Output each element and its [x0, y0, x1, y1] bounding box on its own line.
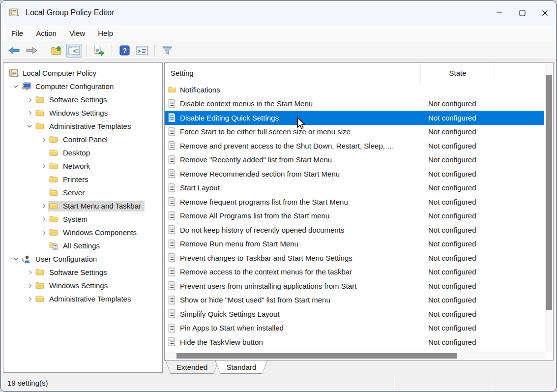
list-row-pin-apps-to-start-when-installed[interactable]: Pin Apps to Start when installedNot conf…	[165, 321, 544, 335]
tree-item-body[interactable]: Start Menu and Taskbar	[48, 201, 145, 211]
maximize-button[interactable]	[511, 1, 533, 25]
menu-item-file[interactable]: File	[5, 27, 29, 39]
state-cell: Not configured	[421, 240, 504, 248]
tree-item-body[interactable]: Computer Configuration	[20, 81, 117, 92]
tree-item-body[interactable]: Windows Settings	[34, 108, 111, 119]
chevron-right-icon[interactable]	[25, 298, 34, 301]
chevron-right-icon[interactable]	[39, 218, 48, 221]
filter-button[interactable]	[159, 44, 175, 58]
content-area: Local Computer PolicyComputer Configurat…	[1, 60, 556, 374]
chevron-right-icon[interactable]	[39, 138, 48, 141]
tree-item-body[interactable]: Windows Settings	[34, 280, 111, 291]
tree-item-body[interactable]: Administrative Templates	[34, 294, 134, 304]
tree-item-network[interactable]: Network	[3, 159, 162, 173]
tree-item-all-settings[interactable]: All Settings	[3, 239, 162, 252]
list-row-disable-editing-quick-settings[interactable]: Disable Editing Quick SettingsNot config…	[165, 111, 544, 125]
list-row-notifications[interactable]: Notifications	[165, 83, 544, 97]
policy-setting-icon	[168, 141, 176, 150]
chevron-down-icon[interactable]	[11, 258, 20, 260]
export-list-button[interactable]	[91, 44, 107, 58]
list-row-start-layout[interactable]: Start LayoutNot configured	[165, 181, 544, 195]
state-cell: Not configured	[421, 296, 504, 304]
tree-item-body[interactable]: Desktop	[48, 148, 93, 158]
tree-item-administrative-templates[interactable]: Administrative Templates	[3, 292, 162, 305]
tree-item-windows-settings[interactable]: Windows Settings	[3, 279, 162, 292]
horizontal-scrollbar-thumb[interactable]	[176, 353, 457, 359]
list-row-prevent-changes-to-taskbar-and-start-menu-settings[interactable]: Prevent changes to Taskbar and Start Men…	[165, 251, 544, 265]
chevron-down-icon[interactable]	[11, 86, 20, 87]
tree-item-software-settings[interactable]: Software Settings	[3, 266, 162, 279]
minimize-button[interactable]	[488, 1, 511, 25]
list-row-remove-access-to-the-context-menus-for-the-taskbar[interactable]: Remove access to the context menus for t…	[165, 265, 544, 279]
tree-item-software-settings[interactable]: Software Settings	[3, 93, 162, 106]
menu-item-action[interactable]: Action	[29, 27, 63, 39]
chevron-right-icon[interactable]	[25, 112, 34, 115]
tree-item-body[interactable]: Software Settings	[34, 267, 111, 278]
menu-item-help[interactable]: Help	[91, 27, 119, 39]
list-row-disable-context-menus-in-the-start-menu[interactable]: Disable context menus in the Start MenuN…	[165, 97, 544, 111]
list-row-remove-and-prevent-access-to-the-shut-down-restart-sleep[interactable]: Remove and prevent access to the Shut Do…	[165, 139, 544, 153]
chevron-right-icon[interactable]	[25, 271, 34, 274]
chevron-right-icon[interactable]	[39, 205, 48, 208]
list-row-simplify-quick-settings-layout[interactable]: Simplify Quick Settings LayoutNot config…	[165, 307, 544, 321]
tree-item-administrative-templates[interactable]: Administrative Templates	[3, 120, 162, 133]
list-row-prevent-users-from-uninstalling-applications-from-start[interactable]: Prevent users from uninstalling applicat…	[165, 279, 544, 293]
vertical-scrollbar-thumb[interactable]	[546, 75, 552, 310]
tree-item-body[interactable]: Local Computer Policy	[7, 68, 100, 79]
show-console-tree-button[interactable]	[66, 44, 82, 58]
tree-item-body[interactable]: User Configuration	[20, 254, 100, 265]
list-row-do-not-keep-history-of-recently-opened-documents[interactable]: Do not keep history of recently opened d…	[165, 223, 544, 237]
tree-item-body[interactable]: Server	[48, 187, 88, 198]
list-row-show-or-hide-most-used-list-from-start-menu[interactable]: Show or hide "Most used" list from Start…	[165, 293, 544, 307]
tree-item-body[interactable]: Windows Components	[48, 227, 140, 238]
list-row-remove-recommended-section-from-start-menu[interactable]: Remove Recommended section from Start Me…	[165, 167, 544, 181]
horizontal-scrollbar[interactable]	[165, 352, 545, 360]
up-one-level-button[interactable]	[49, 44, 64, 58]
policy-setting-icon	[168, 309, 176, 318]
help-button[interactable]: ?	[117, 44, 132, 58]
tab-extended[interactable]: Extended	[165, 361, 219, 374]
tree-item-local-computer-policy[interactable]: Local Computer Policy	[3, 66, 162, 80]
tree-item-start-menu-and-taskbar[interactable]: Start Menu and Taskbar	[3, 199, 162, 212]
tab-standard[interactable]: Standard	[215, 361, 267, 374]
tree-item-computer-configuration[interactable]: Computer Configuration	[3, 80, 162, 93]
list-row-force-start-to-be-either-full-screen-size-or-menu-size[interactable]: Force Start to be either full screen siz…	[165, 125, 544, 139]
list-row-remove-recently-added-list-from-start-menu[interactable]: Remove "Recently added" list from Start …	[165, 153, 544, 167]
column-header-setting[interactable]: Setting	[165, 63, 421, 83]
tree-item-windows-components[interactable]: Windows Components	[3, 226, 162, 239]
list-row-remove-all-programs-list-from-the-start-menu[interactable]: Remove All Programs list from the Start …	[165, 209, 544, 223]
tree-item-body[interactable]: All Settings	[48, 241, 103, 251]
tree-item-body[interactable]: Printers	[48, 174, 92, 185]
close-button[interactable]	[533, 1, 556, 25]
title-bar: Local Group Policy Editor	[1, 1, 556, 25]
tree-item-server[interactable]: Server	[3, 186, 162, 199]
tree-item-desktop[interactable]: Desktop	[3, 146, 162, 159]
tree-item-system[interactable]: System	[3, 212, 162, 226]
menu-item-view[interactable]: View	[63, 27, 91, 39]
vertical-scrollbar[interactable]	[545, 63, 553, 352]
folder-icon	[35, 109, 46, 118]
show-properties-button[interactable]	[134, 44, 150, 58]
chevron-right-icon[interactable]	[39, 231, 48, 234]
list-row-remove-frequent-programs-list-from-the-start-menu[interactable]: Remove frequent programs list from the S…	[165, 195, 544, 209]
forward-button[interactable]	[24, 44, 39, 58]
chevron-right-icon[interactable]	[39, 165, 48, 168]
column-header-state[interactable]: State	[421, 63, 495, 83]
tree-item-body[interactable]: Network	[48, 161, 93, 172]
svg-text:?: ?	[122, 47, 127, 55]
tree-item-user-configuration[interactable]: User Configuration	[3, 252, 162, 266]
tree-item-body[interactable]: System	[48, 214, 91, 225]
tree-item-windows-settings[interactable]: Windows Settings	[3, 106, 162, 120]
back-button[interactable]	[6, 44, 22, 58]
tree-item-body[interactable]: Administrative Templates	[34, 121, 134, 132]
tree-item-body[interactable]: Software Settings	[34, 94, 111, 105]
chevron-right-icon[interactable]	[25, 284, 34, 287]
tree-item-body[interactable]: Control Panel	[48, 134, 111, 145]
tree-item-control-panel[interactable]: Control Panel	[3, 133, 162, 146]
list-row-remove-run-menu-from-start-menu[interactable]: Remove Run menu from Start MenuNot confi…	[165, 237, 544, 251]
chevron-down-icon[interactable]	[25, 125, 34, 127]
chevron-right-icon[interactable]	[25, 98, 34, 101]
tree-item-printers[interactable]: Printers	[3, 173, 162, 186]
list-row-hide-the-taskview-button[interactable]: Hide the TaskView buttonNot configured	[165, 335, 544, 349]
tree-item-label: Software Settings	[49, 268, 107, 276]
